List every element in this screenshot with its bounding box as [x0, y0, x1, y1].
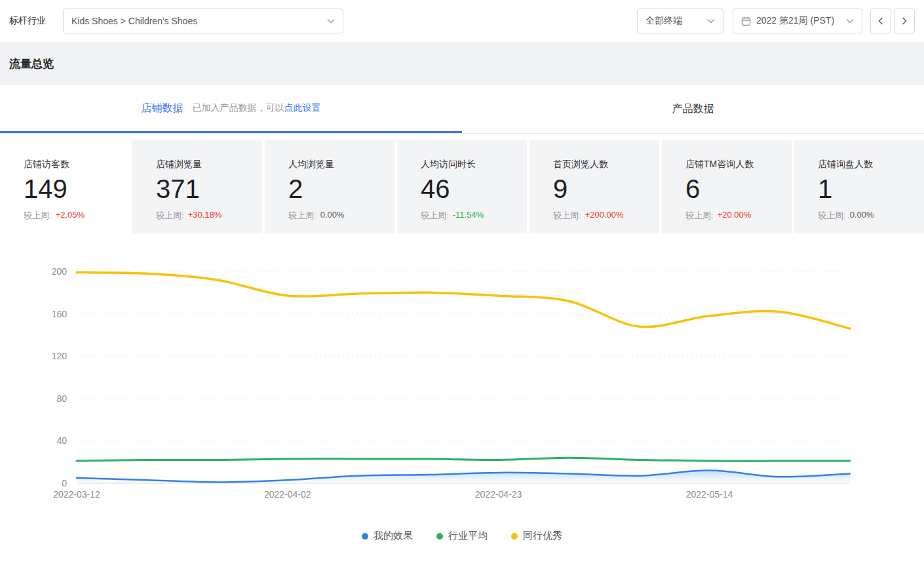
stat-value: 9	[553, 174, 654, 203]
svg-text:2022-03-12: 2022-03-12	[53, 489, 100, 500]
stat-value: 1	[818, 174, 919, 203]
traffic-overview-card: 店铺数据 已加入产品数据，可以点此设置 产品数据 店铺访客数 149 较上周:+…	[0, 85, 924, 542]
week-select-value: 2022 第21周 (PST)	[756, 15, 834, 27]
stat-wow-label: 较上周:	[288, 210, 317, 222]
tab-product-label: 产品数据	[672, 102, 714, 116]
chevron-down-icon	[846, 18, 854, 24]
stat-wow: 较上周:+200.00%	[553, 210, 654, 222]
legend-item-industry-average[interactable]: 行业平均	[436, 530, 488, 542]
stat-label: 店铺TM咨询人数	[685, 159, 786, 170]
svg-text:2022-04-02: 2022-04-02	[264, 489, 311, 500]
svg-text:0: 0	[62, 478, 67, 488]
stat-label: 店铺浏览量	[156, 159, 257, 170]
svg-text:40: 40	[56, 435, 67, 446]
svg-text:80: 80	[56, 393, 67, 404]
legend-label: 同行优秀	[523, 530, 562, 542]
settings-link[interactable]: 点此设置	[284, 102, 321, 113]
tab-store-hint-text: 已加入产品数据，可以	[193, 102, 284, 113]
stat-wow-value: +200.00%	[585, 210, 624, 222]
stat-card-shop-pageviews[interactable]: 店铺浏览量 371 较上周:+30.18%	[132, 140, 262, 233]
terminal-select[interactable]: 全部终端	[637, 9, 723, 33]
stat-wow-value: +30.18%	[188, 210, 222, 222]
chevron-left-icon	[878, 17, 883, 25]
stat-wow-label: 较上周:	[421, 210, 449, 222]
topbar: 标杆行业 Kids Shoes > Children's Shoes 全部终端 …	[0, 0, 924, 42]
svg-text:2022-04-23: 2022-04-23	[475, 489, 522, 500]
traffic-line-chart[interactable]: 040801201602002022-03-122022-04-022022-0…	[0, 249, 924, 511]
stat-wow: 较上周:+20.00%	[685, 210, 786, 222]
stat-wow-value: +2.05%	[56, 210, 85, 222]
category-select[interactable]: Kids Shoes > Children's Shoes	[63, 9, 343, 33]
stat-wow: 较上周:+30.18%	[156, 210, 257, 222]
calendar-icon	[741, 16, 751, 26]
stat-card-homepage-viewers[interactable]: 首页浏览人数 9 较上周:+200.00%	[529, 140, 659, 233]
stat-wow-value: 0.00%	[320, 210, 345, 222]
chevron-down-icon	[707, 18, 715, 24]
stat-wow-label: 较上周:	[685, 210, 714, 222]
legend-label: 我的效果	[374, 530, 413, 542]
stat-wow-label: 较上周:	[818, 210, 846, 222]
stat-value: 371	[156, 174, 257, 203]
legend-item-peer-excellent[interactable]: 同行优秀	[511, 530, 562, 542]
section-band: 流量总览	[0, 42, 924, 85]
tab-product-data[interactable]: 产品数据	[462, 85, 924, 133]
svg-text:120: 120	[52, 351, 67, 361]
stat-wow: 较上周:-11.54%	[421, 210, 522, 222]
stat-value: 149	[24, 174, 125, 203]
stat-label: 人均浏览量	[288, 159, 389, 170]
stat-label: 店铺询盘人数	[818, 159, 919, 170]
stat-wow-value: -11.54%	[453, 210, 484, 222]
stat-wow-value: +20.00%	[718, 210, 752, 222]
page-title: 流量总览	[9, 56, 54, 71]
stat-value: 6	[685, 174, 786, 203]
stat-wow-label: 较上周:	[156, 210, 184, 222]
svg-text:160: 160	[52, 309, 67, 319]
svg-text:200: 200	[52, 266, 67, 277]
legend-label: 行业平均	[448, 530, 488, 542]
week-select[interactable]: 2022 第21周 (PST)	[733, 9, 862, 33]
stat-value: 46	[421, 174, 522, 203]
stat-wow: 较上周:0.00%	[288, 210, 389, 222]
stat-wow-value: 0.00%	[850, 210, 874, 222]
terminal-select-value: 全部终端	[645, 15, 682, 27]
legend-item-my-performance[interactable]: 我的效果	[362, 530, 413, 542]
benchmark-industry-label: 标杆行业	[9, 15, 46, 27]
prev-week-button[interactable]	[870, 9, 891, 33]
stat-card-avg-visit-duration[interactable]: 人均访问时长 46 较上周:-11.54%	[397, 140, 527, 233]
next-week-button[interactable]	[894, 9, 915, 33]
tab-store-data[interactable]: 店铺数据 已加入产品数据，可以点此设置	[0, 85, 462, 133]
stat-card-avg-pageviews[interactable]: 人均浏览量 2 较上周:0.00%	[265, 140, 395, 233]
stat-card-tm-inquiry-users[interactable]: 店铺TM咨询人数 6 较上周:+20.00%	[662, 140, 792, 233]
tabs: 店铺数据 已加入产品数据，可以点此设置 产品数据	[0, 85, 924, 134]
svg-text:2022-05-14: 2022-05-14	[686, 489, 733, 500]
tab-store-hint: 已加入产品数据，可以点此设置	[193, 102, 321, 114]
chevron-down-icon	[327, 18, 335, 24]
stat-label: 人均访问时长	[421, 159, 522, 170]
tab-store-label: 店铺数据	[142, 102, 183, 115]
legend-dot	[436, 533, 443, 540]
category-select-value: Kids Shoes > Children's Shoes	[71, 16, 197, 26]
stats-row: 店铺访客数 149 较上周:+2.05% 店铺浏览量 371 较上周:+30.1…	[0, 134, 924, 233]
stat-card-shop-inquiry-users[interactable]: 店铺询盘人数 1 较上周:0.00%	[794, 140, 924, 233]
chevron-right-icon	[902, 17, 907, 25]
stat-wow: 较上周:+2.05%	[24, 210, 125, 222]
stat-wow-label: 较上周:	[553, 210, 581, 222]
chart-legend: 我的效果 行业平均 同行优秀	[0, 530, 924, 542]
stat-wow-label: 较上周:	[24, 210, 52, 222]
stat-card-shop-visitors[interactable]: 店铺访客数 149 较上周:+2.05%	[0, 140, 130, 233]
stat-value: 2	[288, 174, 389, 203]
stat-label: 首页浏览人数	[553, 159, 654, 170]
legend-dot	[511, 533, 518, 540]
stat-label: 店铺访客数	[24, 159, 125, 170]
legend-dot	[362, 533, 368, 540]
stat-wow: 较上周:0.00%	[818, 210, 919, 222]
